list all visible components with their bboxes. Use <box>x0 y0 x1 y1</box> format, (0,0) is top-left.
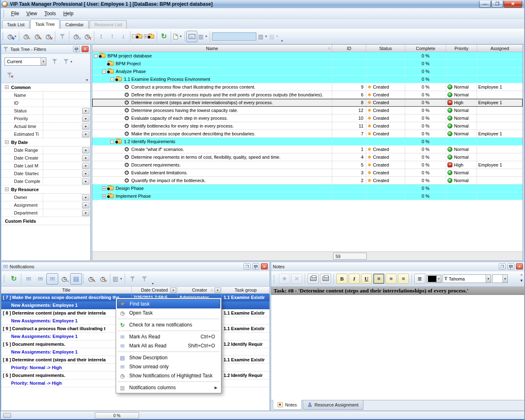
add-task-button[interactable]: ◷✦ <box>21 31 32 42</box>
italic-button[interactable]: I <box>349 274 360 284</box>
menu-tools[interactable]: Tools <box>41 9 59 18</box>
menu-item-show-description[interactable]: ▤Show Description <box>117 353 220 362</box>
raise-task-button[interactable]: ◷⇑ <box>82 31 93 42</box>
show-highlighted-task-button[interactable]: ◷☛ <box>97 273 109 285</box>
menu-item-show-notifications-of-highlighted-task[interactable]: ◷Show Notifications of Highlighted Task <box>117 371 220 380</box>
export-button[interactable]: ▼ <box>172 31 183 42</box>
pin-panel-button[interactable] <box>73 46 80 52</box>
tree-collapse-toggle[interactable]: - <box>110 78 114 81</box>
tree-collapse-toggle[interactable]: - <box>110 140 114 144</box>
toolbar-overflow-button[interactable]: ▼ <box>151 282 154 285</box>
filter-group-by-resource[interactable]: -By Resource <box>1 185 90 194</box>
task-description-button[interactable]: ◷≡ <box>71 31 82 42</box>
tab-task-list[interactable]: Task List <box>2 20 30 29</box>
task-row[interactable]: Determine requirements in terms of cost,… <box>92 153 523 161</box>
post-note-button[interactable]: ❖ <box>279 274 290 284</box>
tree-collapse-toggle[interactable]: - <box>102 70 106 73</box>
column-header-id[interactable]: ID <box>332 45 366 52</box>
tab-resource-assignment[interactable]: Resource Assignment <box>303 400 363 410</box>
tab-notes[interactable]: Notes <box>273 400 302 410</box>
maximize-panel-button[interactable]: ❐ <box>244 263 251 269</box>
print-preview-button[interactable] <box>308 274 319 284</box>
delete-note-button[interactable]: ✕ <box>291 274 302 284</box>
tab-resource-list[interactable]: Resource List <box>89 20 127 29</box>
close-panel-button[interactable]: × <box>261 263 268 269</box>
filter-dropdown-button[interactable]: ▼ <box>82 210 89 216</box>
menu-view[interactable]: View <box>23 9 41 18</box>
view-layout-combo[interactable] <box>212 32 256 41</box>
filter-dropdown-button[interactable]: ▼ <box>82 194 89 201</box>
filters-toolbar-overflow-button[interactable]: ▼ <box>85 78 89 82</box>
task-row[interactable]: BPM Project0 % <box>92 60 523 68</box>
font-color-picker[interactable]: ▼ <box>427 275 441 283</box>
task-row[interactable]: Create "what if" scenarios.1✱Created0 %N… <box>92 146 523 153</box>
tree-expand-toggle[interactable]: + <box>102 194 106 198</box>
filter-group-common[interactable]: -Common <box>1 83 90 91</box>
minimize-button[interactable]: — <box>479 1 491 8</box>
close-button[interactable]: ✕ <box>504 1 522 8</box>
task-row[interactable]: +Implement Phase0 % <box>92 192 523 200</box>
tree-expand-toggle[interactable]: + <box>102 187 106 190</box>
task-row[interactable]: -BPM project database0 % <box>92 52 523 60</box>
filter-dropdown-button[interactable]: ▼ <box>82 108 89 114</box>
task-row[interactable]: Construct a process flow chart illustrat… <box>92 83 523 91</box>
find-task-button[interactable]: ◷∞ <box>58 273 70 285</box>
save-filter-button[interactable]: ▼ <box>62 56 73 67</box>
task-row[interactable]: Determine content (steps and their inter… <box>92 99 523 107</box>
tree-collapse-toggle[interactable]: - <box>94 54 98 58</box>
refresh-button[interactable]: ↻ <box>158 31 169 42</box>
tab-task-tree[interactable]: Task Tree <box>30 19 60 29</box>
filter-group-custom-fields[interactable]: Custom Fields <box>1 217 90 225</box>
note-editor[interactable] <box>271 295 525 400</box>
filter-dropdown-button[interactable]: ▼ <box>82 131 89 137</box>
task-row[interactable]: Identify bottlenecks for every step in e… <box>92 122 523 130</box>
task-row[interactable]: -1.2 Identify Requirements0 % <box>92 138 523 146</box>
filter-preset-combo[interactable]: Current ▼ <box>5 57 46 66</box>
notification-columns-button[interactable]: ▥▼ <box>112 273 123 285</box>
pin-panel-button[interactable] <box>507 263 514 269</box>
column-header-complete[interactable]: Complete <box>405 45 446 52</box>
pin-panel-button[interactable] <box>252 263 259 269</box>
filter-dropdown-button[interactable]: ▼ <box>82 202 89 208</box>
task-row[interactable]: Quantify the impact of the bottleneck.2✱… <box>92 177 523 185</box>
menu-item-find-task[interactable]: ☛Find task <box>117 299 220 308</box>
collapse-toggle-icon[interactable]: - <box>5 85 9 89</box>
expand-all-button[interactable]: + <box>144 31 155 42</box>
font-family-combo[interactable]: TTahoma▼ <box>443 274 491 283</box>
task-row[interactable]: +Design Phase0 % <box>92 185 523 192</box>
menu-help[interactable]: Help <box>59 9 77 18</box>
collapse-toggle-icon[interactable]: - <box>5 187 9 191</box>
filter-dropdown-button[interactable]: ▼ <box>82 155 89 161</box>
mark-all-as-read-button[interactable]: ✉ <box>34 273 46 285</box>
notification-filter-button[interactable] <box>138 273 150 285</box>
column-header-title[interactable]: Title <box>1 287 132 293</box>
mark-as-read-button[interactable]: ✉ <box>23 273 34 285</box>
filter-dropdown-button[interactable]: ▼ <box>82 116 89 122</box>
filter-dropdown-button[interactable]: ▼ <box>82 123 89 130</box>
column-header-date-created[interactable]: Date Created▼ <box>132 287 178 293</box>
move-task-down-button[interactable]: ↓ <box>118 31 129 42</box>
task-row[interactable]: Determine processes having the lowest ca… <box>92 107 523 114</box>
collapse-toggle-icon[interactable]: - <box>5 140 9 144</box>
toolbar-overflow-button[interactable]: »▼ <box>520 272 523 283</box>
filter-group-by-date[interactable]: -By Date <box>1 138 90 146</box>
underline-button[interactable]: U <box>361 274 372 284</box>
task-row[interactable]: Evaluate capacity of each step in every … <box>92 114 523 122</box>
delete-task-button[interactable]: ◷✕ <box>43 31 54 42</box>
tab-calendar[interactable]: Calendar <box>60 20 89 29</box>
column-header-assigned[interactable]: Assigned <box>477 45 523 52</box>
edit-task-button[interactable]: ◷✎ <box>32 31 43 42</box>
move-task-up-button[interactable]: ↑ <box>107 31 118 42</box>
menu-item-show-unread-only[interactable]: ✉Show unread only <box>117 362 220 371</box>
clear-filter-button[interactable]: ✕ <box>5 69 16 81</box>
show-description-button[interactable]: ▤ <box>70 273 82 285</box>
task-row[interactable]: Document requirements.5✱Created0 %^HighE… <box>92 161 523 169</box>
maximize-panel-button[interactable]: ❐ <box>499 263 506 269</box>
clear-notification-filter-button[interactable] <box>126 273 138 285</box>
column-header-task-group[interactable]: Task group <box>222 287 269 293</box>
filter-dropdown-button[interactable]: ▼ <box>82 163 89 169</box>
filter-dropdown-icon[interactable]: ▼ <box>170 288 176 293</box>
move-task-button[interactable]: ↕ <box>96 31 107 42</box>
restore-button[interactable]: ❐ <box>491 1 503 8</box>
bold-button[interactable]: B <box>336 274 347 284</box>
